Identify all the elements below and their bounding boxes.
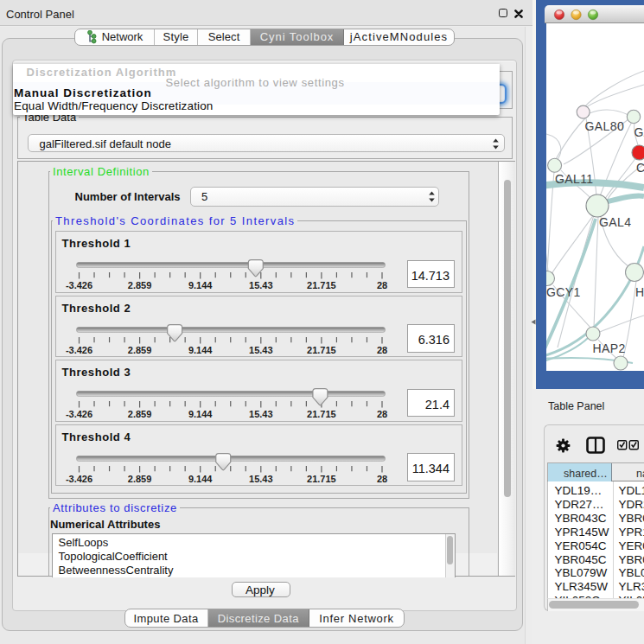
svg-text:9.144: 9.144 <box>188 474 212 484</box>
svg-text:GAL80: GAL80 <box>585 119 625 133</box>
svg-text:-3.426: -3.426 <box>65 474 92 484</box>
svg-text:9.144: 9.144 <box>188 280 212 290</box>
svg-text:GAL5: GAL5 <box>634 125 644 139</box>
svg-text:-3.426: -3.426 <box>65 345 92 355</box>
svg-text:HI: HI <box>635 285 644 299</box>
svg-text:21.715: 21.715 <box>307 409 336 419</box>
svg-text:GCY1: GCY1 <box>546 285 581 299</box>
svg-text:2.859: 2.859 <box>127 280 151 290</box>
svg-text:9.144: 9.144 <box>188 345 212 355</box>
svg-text:28: 28 <box>376 345 386 355</box>
svg-text:28: 28 <box>376 409 386 419</box>
svg-text:2.859: 2.859 <box>127 345 151 355</box>
svg-text:2.859: 2.859 <box>127 474 151 484</box>
svg-text:-3.426: -3.426 <box>65 280 92 290</box>
svg-text:15.43: 15.43 <box>249 280 273 290</box>
svg-text:2.859: 2.859 <box>127 409 151 419</box>
svg-text:15.43: 15.43 <box>249 345 273 355</box>
svg-text:-3.426: -3.426 <box>65 409 92 419</box>
svg-text:GAL4: GAL4 <box>599 215 631 229</box>
svg-text:28: 28 <box>376 280 386 290</box>
svg-text:21.715: 21.715 <box>307 345 336 355</box>
svg-text:GAL11: GAL11 <box>555 172 594 186</box>
svg-text:21.715: 21.715 <box>307 474 336 484</box>
svg-text:21.715: 21.715 <box>307 280 336 290</box>
svg-text:28: 28 <box>376 474 386 484</box>
svg-text:CR: CR <box>636 161 644 175</box>
svg-text:9.144: 9.144 <box>188 409 212 419</box>
svg-text:15.43: 15.43 <box>249 409 273 419</box>
svg-text:15.43: 15.43 <box>249 474 273 484</box>
svg-text:HAP2: HAP2 <box>593 341 626 355</box>
